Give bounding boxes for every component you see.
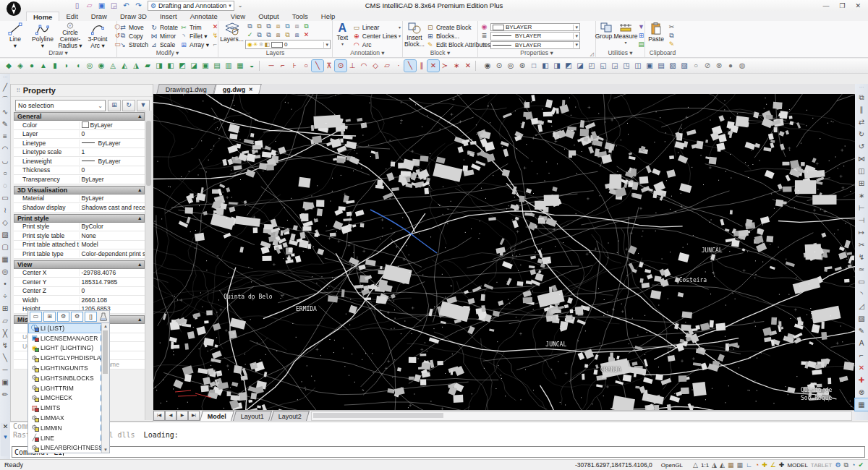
text-button[interactable]: A Text ▾ — [334, 22, 351, 49]
property-row[interactable]: LineweightByLayer — [14, 157, 145, 166]
hline-tool-icon[interactable]: ─ — [0, 364, 10, 376]
linetype-icon[interactable]: ┅ — [480, 40, 489, 48]
stretch-mod-icon[interactable]: ▭ — [855, 275, 868, 288]
edit-tool-icon[interactable]: ✏ — [0, 388, 10, 401]
minimize-icon[interactable]: — — [822, 2, 829, 9]
layout-tab-layout1[interactable]: Layout1 — [233, 411, 272, 421]
section-header-view[interactable]: View▴ — [14, 260, 145, 269]
mirror3d-mod-icon[interactable]: ◫ — [855, 165, 868, 177]
block-tool-icon[interactable]: ▣ — [0, 376, 10, 388]
drawing-viewport[interactable]: Quinta do BeloERMIDAJUNCALJUNCALCosteira… — [153, 94, 855, 410]
layer-delete-icon[interactable]: ✕ — [302, 30, 311, 39]
solid-torus-icon[interactable]: ◎ — [84, 60, 95, 72]
open-file-icon[interactable]: ▱ — [85, 1, 94, 10]
arc2-tool-icon[interactable]: ◡ — [0, 155, 10, 167]
autocomplete-item-linearbrightness[interactable]: ⚙LINEARBRIGHTNESS? — [28, 443, 109, 453]
copy-button[interactable]: ⧉Copy — [119, 32, 148, 40]
grid-toggle-icon[interactable]: ▦ — [736, 461, 743, 470]
lineweight-icon[interactable]: ≣ — [480, 32, 489, 40]
subtract-icon[interactable]: ◧ — [165, 60, 176, 72]
group-label-draw[interactable]: Draw ▾ — [0, 49, 116, 57]
property-row[interactable]: Thickness0 — [14, 166, 145, 176]
arc-button[interactable]: ◠Arc — [352, 40, 401, 48]
property-row[interactable]: TransparencyByLayer — [14, 175, 145, 184]
layer-isolate-icon[interactable]: ⧉ — [264, 22, 273, 30]
array-polar-mod-icon[interactable]: ∗ — [855, 189, 868, 202]
divide-tool-icon[interactable]: ÷ — [0, 290, 10, 302]
select-objects-btn-icon[interactable]: ↻ — [122, 100, 135, 111]
snap-toggle-icon[interactable]: ▦ — [728, 461, 734, 470]
ray-tool-icon[interactable]: ⌒ — [0, 93, 10, 106]
autocomplete-item-limcheck[interactable]: ⚙LIMCHECK? — [28, 393, 109, 403]
ribbon-tab-edit[interactable]: Edit — [59, 12, 84, 21]
doc-tab-Drawing1-dwg[interactable]: Drawing1.dwg — [156, 84, 216, 94]
offset-mod-icon[interactable]: ∥ — [855, 103, 868, 116]
copy-mod-icon[interactable]: ⧉ — [855, 91, 868, 103]
rotate-mod-icon[interactable]: ↻ — [855, 128, 868, 140]
snap-apparent-icon[interactable]: ╲ — [404, 60, 416, 72]
spline-tool-icon[interactable]: ≀ — [0, 204, 10, 216]
layer-thaw-icon[interactable]: ⧉ — [283, 30, 292, 39]
print-preview-icon[interactable]: ◲ — [109, 1, 119, 10]
match-icon[interactable]: ✎ — [667, 40, 676, 48]
color-wheel-icon[interactable]: ◉ — [480, 23, 489, 31]
pedit-mod-icon[interactable]: ✎ — [855, 325, 868, 337]
property-row[interactable]: Width2660.108 — [14, 296, 145, 305]
snap-nearest-icon[interactable]: ╲ — [312, 60, 323, 72]
section-header-general[interactable]: General▴ — [14, 112, 145, 121]
solid-ring-icon[interactable]: ◉ — [95, 60, 107, 72]
view-sw-iso-icon[interactable]: ◱ — [597, 60, 609, 72]
snap-node-icon[interactable]: ⊙ — [335, 60, 346, 72]
layer-combo[interactable]: ◉✳❄◧ 0 ▾ — [245, 40, 331, 49]
copy-clip-icon[interactable]: ⧉ — [667, 32, 676, 40]
overkill-mod-icon[interactable]: ✚ — [855, 374, 868, 386]
region-icon[interactable]: ▣ — [200, 60, 211, 72]
erase-mod-icon[interactable]: ✕ — [855, 362, 868, 374]
measure-button[interactable]: Measure ▾ — [616, 22, 635, 49]
revolve-icon[interactable]: ◮ — [130, 60, 142, 72]
redo-icon[interactable]: ↷ — [134, 1, 143, 10]
property-row[interactable]: MaterialByLayer — [14, 195, 145, 204]
linear-button[interactable]: ▭Linear▾ — [352, 23, 401, 31]
shell-icon[interactable]: ◒ — [246, 60, 258, 72]
ribbon-tab-draw[interactable]: Draw — [85, 12, 114, 21]
toggle-pickadd-btn-icon[interactable]: ▼ — [137, 100, 150, 111]
named-views-icon[interactable]: ⊛ — [516, 60, 528, 72]
bulb-on-icon[interactable]: ◉ — [247, 41, 252, 48]
autocomplete-item-light[interactable]: ◉LIGHT (LIGHTING)? — [28, 343, 109, 354]
linetype-combo[interactable]: BYLAYER▾ — [490, 41, 580, 49]
annotation-scale-icon[interactable]: △ — [693, 461, 698, 470]
layer-prev-icon[interactable]: ⧉ — [255, 30, 264, 39]
lock-icon[interactable]: ◧ — [264, 41, 270, 48]
annotation-visibility-icon[interactable]: ◮ — [712, 461, 717, 470]
solid-sphere-icon[interactable]: ● — [26, 60, 38, 72]
snap-perpendicular-icon[interactable]: ⊥ — [346, 60, 358, 72]
group-label-utilities[interactable]: Utilities ▾ — [596, 49, 644, 57]
view-front-icon[interactable]: ◪ — [574, 60, 586, 72]
entity-color-combo[interactable]: BYLAYER▾ — [490, 23, 580, 31]
polyline-tool-icon[interactable]: ∿ — [0, 106, 10, 118]
3-point-button[interactable]: 3-PointArc ▾ — [84, 22, 111, 49]
polyline-button[interactable]: Polyline▾ — [29, 22, 56, 49]
view-2-icon[interactable]: ▤ — [655, 60, 667, 72]
rotate-button[interactable]: ↻Rotate — [150, 23, 178, 31]
layer-freeze-icon[interactable]: ⧉ — [283, 22, 292, 30]
zoom-realtime-icon[interactable]: ⊙ — [493, 60, 505, 72]
map-canvas[interactable] — [153, 94, 855, 410]
solid-dish-icon[interactable]: ◖ — [72, 60, 84, 72]
fillet-mod-icon[interactable]: ◝ — [855, 288, 868, 300]
properties-dialog-launcher-icon[interactable]: ◿ — [590, 51, 594, 57]
close-icon[interactable]: ✕ — [855, 2, 861, 9]
layer-lock-icon[interactable]: ⧈ — [273, 22, 283, 30]
strip-grip[interactable]: ⋯ — [859, 84, 864, 91]
doc-tab-gg-dwg[interactable]: gg.dwg✕ — [213, 84, 262, 94]
group-label-modify[interactable]: Modify ▾ — [117, 49, 218, 57]
sketch-tool-icon[interactable]: ✎ — [0, 118, 10, 130]
property-row[interactable]: Center Z0 — [14, 287, 145, 296]
snap-parallel-icon[interactable]: ▱ — [381, 60, 393, 72]
filter-flask-icon[interactable] — [99, 312, 108, 321]
fillet-button[interactable]: ◝Fillet ▾ — [179, 32, 209, 40]
solid-dome-icon[interactable]: ◗ — [61, 60, 72, 72]
zoom-window-icon[interactable]: ◎ — [505, 60, 516, 72]
layer-merge-icon[interactable]: ⧉ — [264, 30, 273, 39]
